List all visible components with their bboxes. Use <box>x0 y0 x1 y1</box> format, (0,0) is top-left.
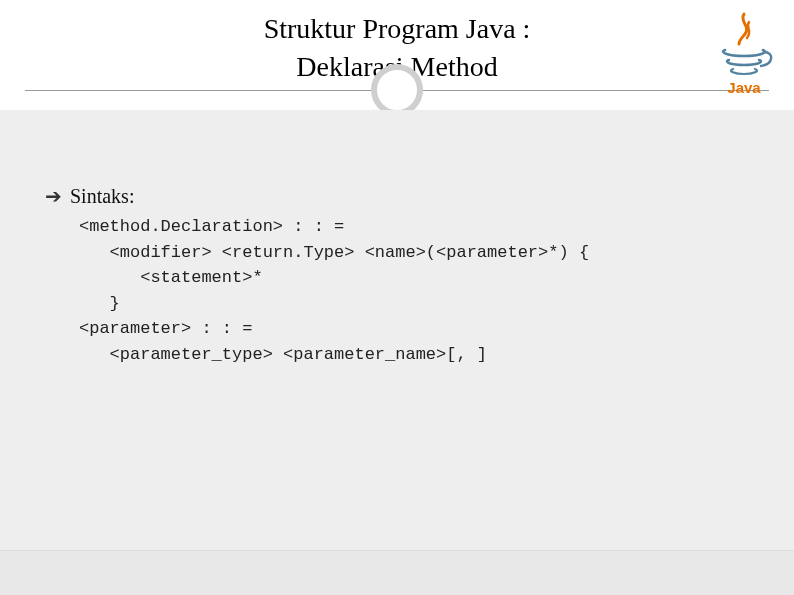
content-area: ➔ Sintaks: <method.Declaration> : : = <m… <box>0 110 794 550</box>
footer-bar <box>0 550 794 595</box>
java-logo-icon: Java <box>709 8 779 98</box>
header-area: Struktur Program Java : Deklarasi Method… <box>0 0 794 110</box>
bullet-item: ➔ Sintaks: <box>45 185 749 208</box>
svg-text:Java: Java <box>727 79 761 96</box>
decorative-circle <box>371 64 423 116</box>
bullet-icon: ➔ <box>45 186 62 206</box>
syntax-code-block: <method.Declaration> : : = <modifier> <r… <box>45 214 749 367</box>
title-line-1: Struktur Program Java : <box>264 13 531 44</box>
slide: Struktur Program Java : Deklarasi Method… <box>0 0 794 595</box>
bullet-label: Sintaks: <box>70 185 134 208</box>
